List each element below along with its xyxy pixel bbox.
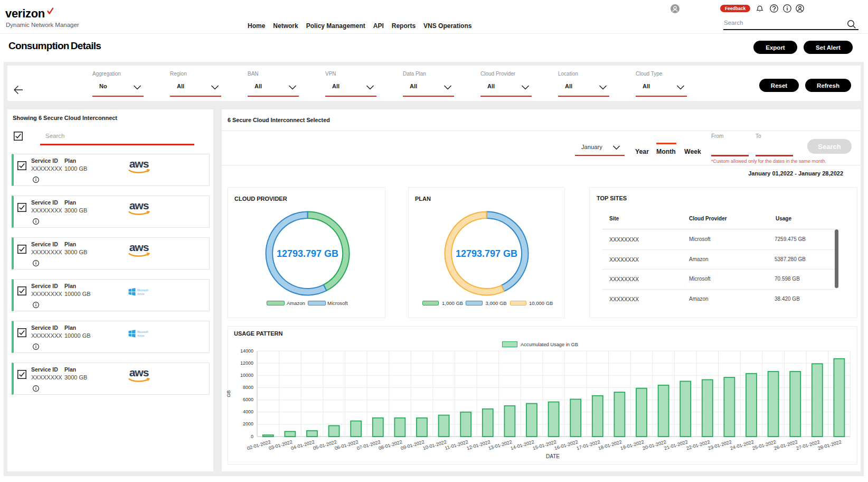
svg-text:aws: aws [129,243,149,253]
svg-text:Microsoft: Microsoft [137,330,148,333]
svg-text:Azure: Azure [137,292,144,295]
svg-text:aws: aws [129,160,149,170]
svg-text:aws: aws [129,201,149,211]
svg-text:Azure: Azure [137,334,144,337]
svg-text:aws: aws [129,368,149,378]
svg-text:Microsoft: Microsoft [137,289,148,292]
